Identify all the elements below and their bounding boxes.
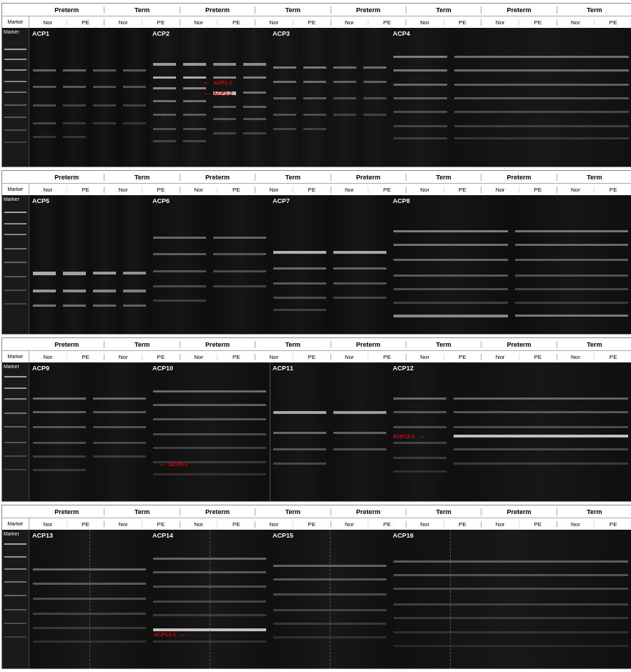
band-a10-7: [153, 473, 266, 475]
band-a6-2: [153, 253, 206, 255]
sub-acp10-t: Nor PE: [255, 354, 331, 360]
preterm-label-13: Preterm: [29, 508, 104, 515]
m3-b4: [4, 412, 26, 414]
lane-acp1-t-nor: [89, 28, 119, 167]
preterm-label-1: Preterm: [29, 6, 104, 14]
m3-b6: [4, 442, 26, 443]
band-a3b-5: [303, 128, 326, 130]
header-row-3-top: Preterm Term Preterm Term Preterm Term P…: [2, 338, 631, 351]
preterm-label-5: Preterm: [29, 174, 104, 181]
gel-body-2: Marker ACP5: [2, 195, 631, 334]
group-acp9-header: Preterm Term: [29, 341, 180, 348]
m-band-4: [4, 81, 26, 82]
term-label-16: Term: [557, 508, 631, 515]
band-a2b-1: [183, 63, 206, 66]
m2-band-6: [4, 276, 26, 277]
m2-band-1: [4, 212, 26, 213]
band-a10-4: [153, 433, 266, 435]
acp8-label: ACP8: [393, 197, 410, 204]
annotation-acp12-1: ACP12-1 →: [393, 432, 426, 441]
acp3-label: ACP3: [273, 30, 290, 37]
group-acp8-header: Preterm Term: [481, 174, 631, 181]
band-a16-4: [393, 603, 628, 606]
band-a9-5: [33, 455, 86, 458]
sub-acp1-term: Nor PE: [104, 19, 180, 26]
sub-acp7-pt: Nor PE: [331, 187, 406, 193]
band-a8-1: [393, 230, 508, 232]
marker-sub-4: Marker: [2, 518, 29, 530]
gel-body-3: Marker ACP9: [2, 362, 631, 501]
pe-11a: PE: [368, 354, 406, 360]
nor-7b: Nor: [406, 187, 444, 193]
band-a5b-2: [63, 290, 86, 292]
band-a16-7: [393, 645, 628, 647]
band-a1-pe-2: [63, 86, 86, 88]
sub-acp12-t: Nor PE: [557, 354, 631, 360]
lane-acp5-pt-pe: [59, 195, 89, 334]
annotation-acp9-1: ← ACP9-1: [158, 460, 188, 469]
sub-spacer-4: Marker: [2, 518, 29, 530]
band-a1-pe-4: [63, 122, 86, 124]
m-band-5: [4, 92, 26, 93]
acp9-label: ACP9: [32, 365, 49, 372]
band-a7t-3: [333, 282, 386, 285]
band-a1-tp-1: [123, 69, 146, 71]
group-acp5-header: Preterm Term: [29, 174, 180, 181]
sub-spacer-1: Marker: [2, 16, 29, 28]
band-a2c-4: [213, 106, 236, 108]
nor-9a: Nor: [29, 354, 67, 360]
band-a2-7: [153, 140, 176, 142]
marker-text-3: Marker: [4, 364, 19, 369]
term-label-15: Term: [406, 508, 481, 515]
pe-9b: PE: [142, 354, 180, 360]
preterm-label-12: Preterm: [481, 341, 557, 348]
sub-acp7-t: Nor PE: [406, 187, 481, 193]
band-a8t-4: [515, 275, 628, 277]
term-label-3: Term: [406, 6, 481, 14]
band-a4-4: [393, 97, 447, 99]
band-a5c-2: [93, 290, 116, 292]
nor-label-2b: Nor: [255, 19, 293, 26]
band-a3b-1: [303, 66, 326, 69]
band-a12-6: [393, 470, 446, 473]
band-a8-7: [393, 315, 508, 317]
m-band-1: [4, 49, 26, 50]
m4-b1: [4, 543, 26, 545]
term-label-10: Term: [255, 341, 330, 348]
band-a4r-2: [454, 69, 629, 71]
band-a4-1: [393, 56, 447, 58]
band-a4-7: [393, 137, 447, 139]
nor-11b: Nor: [406, 354, 444, 360]
m3-b7: [4, 455, 26, 457]
nor-label-3a: Nor: [331, 19, 369, 26]
header-row-2-sub: Marker Nor PE Nor PE Nor PE Nor PE Nor P…: [2, 184, 631, 195]
nor-10b: Nor: [255, 354, 293, 360]
sub-acp10-pt: Nor PE: [180, 354, 255, 360]
pe-5a: PE: [67, 187, 104, 193]
nor-label-4a: Nor: [481, 19, 519, 26]
nor-15a: Nor: [331, 521, 369, 528]
preterm-label-8: Preterm: [481, 174, 557, 181]
band-a8t-1: [515, 230, 628, 232]
band-a11-3: [273, 448, 326, 450]
preterm-label-3: Preterm: [331, 6, 406, 14]
band-a3-2: [273, 81, 296, 83]
sub-acp4-term: Nor PE: [557, 19, 631, 26]
band-a1-5: [33, 136, 56, 138]
band-a1-tp-3: [123, 104, 146, 107]
band-a6t-1: [213, 237, 266, 239]
m4-b3: [4, 568, 26, 570]
preterm-label-16: Preterm: [481, 508, 557, 515]
band-a12t-4: [454, 448, 628, 450]
band-a5b-3: [63, 305, 86, 307]
band-a5d-3: [123, 305, 146, 307]
term-label-14: Term: [255, 508, 330, 515]
band-a6t-4: [213, 285, 266, 287]
lane-acp9-pt: [29, 362, 89, 501]
band-a2-1: [153, 63, 176, 66]
term-label-9: Term: [104, 341, 179, 348]
acp10-label: ACP10: [152, 365, 173, 372]
band-a12-5: [393, 457, 446, 459]
acp5-label: ACP5: [32, 197, 49, 204]
band-a1-tp-2: [123, 86, 146, 88]
